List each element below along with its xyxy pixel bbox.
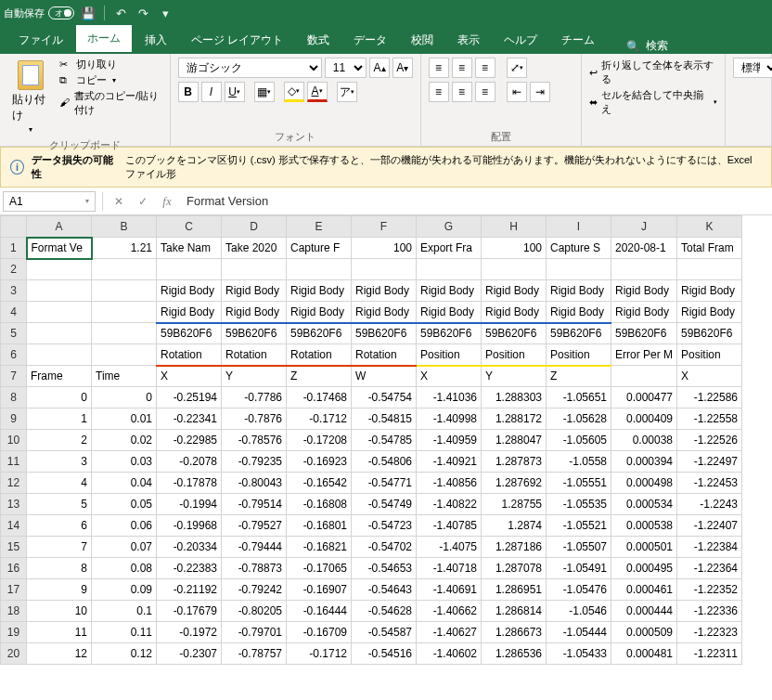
tab-file[interactable]: ファイル xyxy=(7,27,74,54)
cell[interactable]: 0.06 xyxy=(92,515,157,537)
cell[interactable]: Position xyxy=(417,344,482,366)
cell[interactable]: -0.17679 xyxy=(157,601,222,622)
cell[interactable]: -1.22497 xyxy=(677,451,742,473)
cell[interactable]: 1.2874 xyxy=(482,515,547,537)
number-format-select[interactable]: 標準 xyxy=(733,58,772,78)
cell[interactable]: -1.22364 xyxy=(677,558,742,579)
cell[interactable]: 1.288047 xyxy=(482,430,547,451)
row-header[interactable]: 20 xyxy=(1,643,27,665)
cell[interactable]: 0.03 xyxy=(92,451,157,473)
cell[interactable]: -1.40662 xyxy=(417,601,482,622)
cell[interactable]: 8 xyxy=(27,558,92,579)
cell[interactable]: -1.05433 xyxy=(547,643,611,665)
cell[interactable]: 0.02 xyxy=(92,430,157,451)
cell[interactable]: -1.22586 xyxy=(677,387,742,408)
align-bottom-button[interactable]: ≡ xyxy=(475,58,495,78)
cell[interactable]: Y xyxy=(482,366,547,387)
cell[interactable]: 1.286951 xyxy=(482,579,547,601)
row-header[interactable]: 17 xyxy=(1,579,27,601)
cell[interactable]: -0.16821 xyxy=(287,537,352,558)
cell[interactable]: X xyxy=(157,366,222,387)
cell[interactable]: Rigid Body xyxy=(482,302,547,323)
border-button[interactable]: ▦▾ xyxy=(254,82,275,102)
cell[interactable]: -0.78873 xyxy=(222,558,287,579)
cell[interactable]: 1.288172 xyxy=(482,408,547,430)
align-right-button[interactable]: ≡ xyxy=(475,82,495,102)
cell[interactable]: -1.05605 xyxy=(547,430,611,451)
col-header[interactable]: H xyxy=(482,216,547,238)
cell[interactable]: X xyxy=(417,366,482,387)
cell[interactable]: -1.05628 xyxy=(547,408,611,430)
cell[interactable]: -0.19968 xyxy=(157,515,222,537)
cell[interactable] xyxy=(27,280,92,302)
cell[interactable]: -0.17065 xyxy=(287,558,352,579)
cell[interactable]: 1.287186 xyxy=(482,537,547,558)
cell[interactable]: -1.2243 xyxy=(677,494,742,515)
col-header[interactable]: J xyxy=(611,216,677,238)
cell[interactable]: Take 2020 xyxy=(222,238,287,259)
cell[interactable]: Capture F xyxy=(287,238,352,259)
cell[interactable]: 0.000409 xyxy=(611,408,677,430)
col-header[interactable]: G xyxy=(417,216,482,238)
cell[interactable]: -0.79235 xyxy=(222,451,287,473)
align-left-button[interactable]: ≡ xyxy=(429,82,449,102)
cell[interactable]: -0.16801 xyxy=(287,515,352,537)
cell[interactable]: 0.000477 xyxy=(611,387,677,408)
cell[interactable]: 1.286536 xyxy=(482,643,547,665)
increase-indent-button[interactable]: ⇥ xyxy=(530,82,550,102)
row-header[interactable]: 1 xyxy=(1,238,27,259)
underline-button[interactable]: U▾ xyxy=(225,82,245,102)
enter-formula-button[interactable]: ✓ xyxy=(132,191,154,212)
cell[interactable]: Rigid Body xyxy=(157,302,222,323)
paste-button[interactable]: 貼り付け ▾ xyxy=(7,58,54,136)
save-icon[interactable]: 💾 xyxy=(80,5,96,21)
cell[interactable]: -0.54749 xyxy=(352,494,417,515)
ribbon-search[interactable]: 🔍 検索 xyxy=(626,38,668,54)
cell[interactable]: Rigid Body xyxy=(352,302,417,323)
cell[interactable] xyxy=(677,259,742,280)
cell[interactable]: -1.05476 xyxy=(547,579,611,601)
cell[interactable]: 0.000534 xyxy=(611,494,677,515)
font-color-button[interactable]: A▾ xyxy=(307,82,328,102)
cell[interactable]: Frame xyxy=(27,366,92,387)
cell[interactable]: -1.22384 xyxy=(677,537,742,558)
cell[interactable]: 0.000495 xyxy=(611,558,677,579)
tab-formula[interactable]: 数式 xyxy=(296,27,341,54)
cell[interactable]: 59B620F6 xyxy=(222,323,287,344)
cell[interactable]: Rotation xyxy=(157,344,222,366)
cell[interactable]: -0.54643 xyxy=(352,579,417,601)
align-top-button[interactable]: ≡ xyxy=(429,58,449,78)
cell[interactable]: 1.287078 xyxy=(482,558,547,579)
cell[interactable]: -0.1972 xyxy=(157,622,222,643)
cell[interactable]: -1.40998 xyxy=(417,408,482,430)
cell[interactable]: -1.22526 xyxy=(677,430,742,451)
cell[interactable] xyxy=(352,259,417,280)
increase-font-button[interactable]: A▴ xyxy=(369,58,390,78)
cell[interactable]: -0.78576 xyxy=(222,430,287,451)
cell[interactable] xyxy=(157,259,222,280)
cell[interactable] xyxy=(27,344,92,366)
cell[interactable]: -0.1712 xyxy=(287,643,352,665)
cell[interactable]: Time xyxy=(92,366,157,387)
cell[interactable]: -1.05551 xyxy=(547,473,611,494)
col-header[interactable]: E xyxy=(287,216,352,238)
row-header[interactable]: 12 xyxy=(1,473,27,494)
cell[interactable] xyxy=(92,323,157,344)
cell[interactable]: 9 xyxy=(27,579,92,601)
cell[interactable] xyxy=(611,259,677,280)
cell[interactable]: -0.1994 xyxy=(157,494,222,515)
cell[interactable]: -1.22558 xyxy=(677,408,742,430)
cell[interactable]: -0.79701 xyxy=(222,622,287,643)
cell[interactable]: Rigid Body xyxy=(611,280,677,302)
cell[interactable]: -0.54628 xyxy=(352,601,417,622)
cell[interactable]: Position xyxy=(482,344,547,366)
format-painter-button[interactable]: 🖌書式のコピー/貼り付け xyxy=(59,89,161,117)
grid[interactable]: ABCDEFGHIJK1Format Ve1.21Take NamTake 20… xyxy=(0,215,772,700)
cell[interactable]: -0.54815 xyxy=(352,408,417,430)
cell[interactable]: -1.05507 xyxy=(547,537,611,558)
cell[interactable]: -0.16808 xyxy=(287,494,352,515)
cell[interactable]: 0.000498 xyxy=(611,473,677,494)
row-header[interactable]: 11 xyxy=(1,451,27,473)
cell[interactable]: -0.54653 xyxy=(352,558,417,579)
cell[interactable]: -0.20334 xyxy=(157,537,222,558)
